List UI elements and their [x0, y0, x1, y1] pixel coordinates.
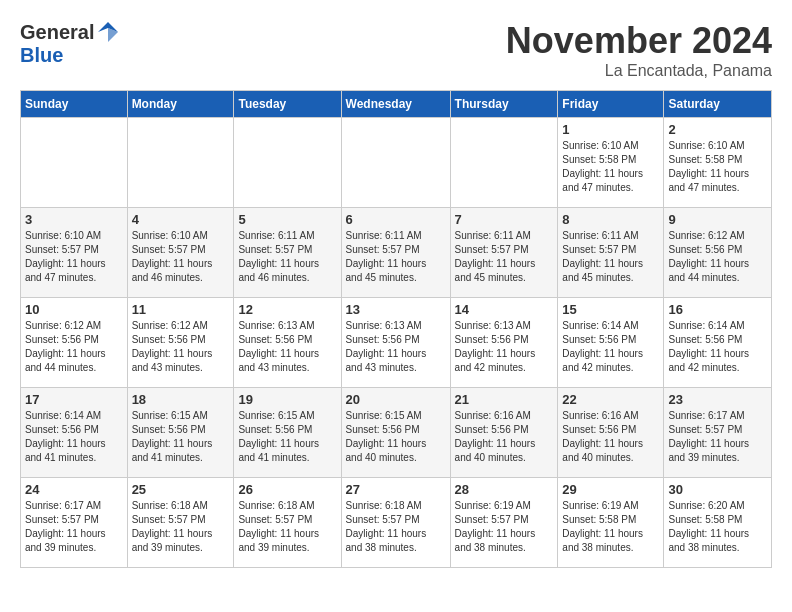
day-number: 25 [132, 482, 230, 497]
day-number: 27 [346, 482, 446, 497]
day-info: Sunrise: 6:14 AM Sunset: 5:56 PM Dayligh… [25, 409, 123, 465]
calendar-cell: 21Sunrise: 6:16 AM Sunset: 5:56 PM Dayli… [450, 388, 558, 478]
day-info: Sunrise: 6:15 AM Sunset: 5:56 PM Dayligh… [346, 409, 446, 465]
day-number: 18 [132, 392, 230, 407]
day-number: 11 [132, 302, 230, 317]
day-number: 3 [25, 212, 123, 227]
day-number: 20 [346, 392, 446, 407]
calendar-cell: 25Sunrise: 6:18 AM Sunset: 5:57 PM Dayli… [127, 478, 234, 568]
day-number: 10 [25, 302, 123, 317]
day-number: 21 [455, 392, 554, 407]
day-number: 9 [668, 212, 767, 227]
calendar-cell: 28Sunrise: 6:19 AM Sunset: 5:57 PM Dayli… [450, 478, 558, 568]
calendar-cell: 23Sunrise: 6:17 AM Sunset: 5:57 PM Dayli… [664, 388, 772, 478]
day-info: Sunrise: 6:11 AM Sunset: 5:57 PM Dayligh… [346, 229, 446, 285]
day-number: 22 [562, 392, 659, 407]
calendar-cell: 4Sunrise: 6:10 AM Sunset: 5:57 PM Daylig… [127, 208, 234, 298]
day-info: Sunrise: 6:10 AM Sunset: 5:57 PM Dayligh… [132, 229, 230, 285]
title-section: November 2024 La Encantada, Panama [506, 20, 772, 80]
calendar-cell [21, 118, 128, 208]
day-info: Sunrise: 6:10 AM Sunset: 5:57 PM Dayligh… [25, 229, 123, 285]
day-info: Sunrise: 6:20 AM Sunset: 5:58 PM Dayligh… [668, 499, 767, 555]
page-header: General Blue November 2024 La Encantada,… [20, 20, 772, 80]
day-number: 6 [346, 212, 446, 227]
day-number: 24 [25, 482, 123, 497]
calendar-cell: 26Sunrise: 6:18 AM Sunset: 5:57 PM Dayli… [234, 478, 341, 568]
calendar-cell: 13Sunrise: 6:13 AM Sunset: 5:56 PM Dayli… [341, 298, 450, 388]
day-number: 17 [25, 392, 123, 407]
logo-blue-text: Blue [20, 44, 63, 67]
day-info: Sunrise: 6:18 AM Sunset: 5:57 PM Dayligh… [238, 499, 336, 555]
month-title: November 2024 [506, 20, 772, 62]
calendar-cell: 10Sunrise: 6:12 AM Sunset: 5:56 PM Dayli… [21, 298, 128, 388]
logo-icon [96, 20, 120, 44]
day-number: 29 [562, 482, 659, 497]
day-info: Sunrise: 6:15 AM Sunset: 5:56 PM Dayligh… [238, 409, 336, 465]
day-number: 2 [668, 122, 767, 137]
day-info: Sunrise: 6:19 AM Sunset: 5:58 PM Dayligh… [562, 499, 659, 555]
calendar-cell: 8Sunrise: 6:11 AM Sunset: 5:57 PM Daylig… [558, 208, 664, 298]
day-number: 23 [668, 392, 767, 407]
calendar-cell: 9Sunrise: 6:12 AM Sunset: 5:56 PM Daylig… [664, 208, 772, 298]
calendar-day-header: Tuesday [234, 91, 341, 118]
day-number: 1 [562, 122, 659, 137]
day-info: Sunrise: 6:14 AM Sunset: 5:56 PM Dayligh… [668, 319, 767, 375]
day-info: Sunrise: 6:17 AM Sunset: 5:57 PM Dayligh… [25, 499, 123, 555]
day-info: Sunrise: 6:14 AM Sunset: 5:56 PM Dayligh… [562, 319, 659, 375]
calendar-week-row: 3Sunrise: 6:10 AM Sunset: 5:57 PM Daylig… [21, 208, 772, 298]
calendar-day-header: Sunday [21, 91, 128, 118]
day-info: Sunrise: 6:17 AM Sunset: 5:57 PM Dayligh… [668, 409, 767, 465]
day-info: Sunrise: 6:12 AM Sunset: 5:56 PM Dayligh… [25, 319, 123, 375]
calendar-day-header: Friday [558, 91, 664, 118]
calendar-week-row: 17Sunrise: 6:14 AM Sunset: 5:56 PM Dayli… [21, 388, 772, 478]
day-info: Sunrise: 6:12 AM Sunset: 5:56 PM Dayligh… [132, 319, 230, 375]
day-info: Sunrise: 6:11 AM Sunset: 5:57 PM Dayligh… [238, 229, 336, 285]
calendar-week-row: 10Sunrise: 6:12 AM Sunset: 5:56 PM Dayli… [21, 298, 772, 388]
calendar-cell: 24Sunrise: 6:17 AM Sunset: 5:57 PM Dayli… [21, 478, 128, 568]
calendar-cell: 18Sunrise: 6:15 AM Sunset: 5:56 PM Dayli… [127, 388, 234, 478]
calendar-day-header: Monday [127, 91, 234, 118]
day-number: 7 [455, 212, 554, 227]
day-info: Sunrise: 6:15 AM Sunset: 5:56 PM Dayligh… [132, 409, 230, 465]
day-info: Sunrise: 6:10 AM Sunset: 5:58 PM Dayligh… [668, 139, 767, 195]
calendar-cell: 5Sunrise: 6:11 AM Sunset: 5:57 PM Daylig… [234, 208, 341, 298]
day-info: Sunrise: 6:13 AM Sunset: 5:56 PM Dayligh… [346, 319, 446, 375]
day-info: Sunrise: 6:10 AM Sunset: 5:58 PM Dayligh… [562, 139, 659, 195]
day-number: 15 [562, 302, 659, 317]
calendar-cell: 6Sunrise: 6:11 AM Sunset: 5:57 PM Daylig… [341, 208, 450, 298]
calendar-cell [450, 118, 558, 208]
calendar-day-header: Wednesday [341, 91, 450, 118]
day-info: Sunrise: 6:13 AM Sunset: 5:56 PM Dayligh… [238, 319, 336, 375]
calendar-week-row: 1Sunrise: 6:10 AM Sunset: 5:58 PM Daylig… [21, 118, 772, 208]
calendar-cell: 17Sunrise: 6:14 AM Sunset: 5:56 PM Dayli… [21, 388, 128, 478]
calendar-cell [127, 118, 234, 208]
day-number: 4 [132, 212, 230, 227]
calendar-cell: 3Sunrise: 6:10 AM Sunset: 5:57 PM Daylig… [21, 208, 128, 298]
day-info: Sunrise: 6:19 AM Sunset: 5:57 PM Dayligh… [455, 499, 554, 555]
day-number: 28 [455, 482, 554, 497]
day-number: 8 [562, 212, 659, 227]
calendar-cell: 2Sunrise: 6:10 AM Sunset: 5:58 PM Daylig… [664, 118, 772, 208]
calendar-header-row: SundayMondayTuesdayWednesdayThursdayFrid… [21, 91, 772, 118]
calendar-cell: 29Sunrise: 6:19 AM Sunset: 5:58 PM Dayli… [558, 478, 664, 568]
calendar-cell: 14Sunrise: 6:13 AM Sunset: 5:56 PM Dayli… [450, 298, 558, 388]
day-number: 5 [238, 212, 336, 227]
day-info: Sunrise: 6:16 AM Sunset: 5:56 PM Dayligh… [455, 409, 554, 465]
day-info: Sunrise: 6:13 AM Sunset: 5:56 PM Dayligh… [455, 319, 554, 375]
day-number: 26 [238, 482, 336, 497]
calendar-cell: 16Sunrise: 6:14 AM Sunset: 5:56 PM Dayli… [664, 298, 772, 388]
day-number: 13 [346, 302, 446, 317]
calendar-day-header: Saturday [664, 91, 772, 118]
calendar-cell: 20Sunrise: 6:15 AM Sunset: 5:56 PM Dayli… [341, 388, 450, 478]
day-number: 30 [668, 482, 767, 497]
day-number: 12 [238, 302, 336, 317]
day-info: Sunrise: 6:16 AM Sunset: 5:56 PM Dayligh… [562, 409, 659, 465]
calendar-cell: 15Sunrise: 6:14 AM Sunset: 5:56 PM Dayli… [558, 298, 664, 388]
calendar-cell: 22Sunrise: 6:16 AM Sunset: 5:56 PM Dayli… [558, 388, 664, 478]
day-number: 16 [668, 302, 767, 317]
day-info: Sunrise: 6:12 AM Sunset: 5:56 PM Dayligh… [668, 229, 767, 285]
calendar-cell [341, 118, 450, 208]
logo-general-text: General [20, 21, 94, 44]
calendar-cell: 1Sunrise: 6:10 AM Sunset: 5:58 PM Daylig… [558, 118, 664, 208]
logo: General Blue [20, 20, 120, 67]
